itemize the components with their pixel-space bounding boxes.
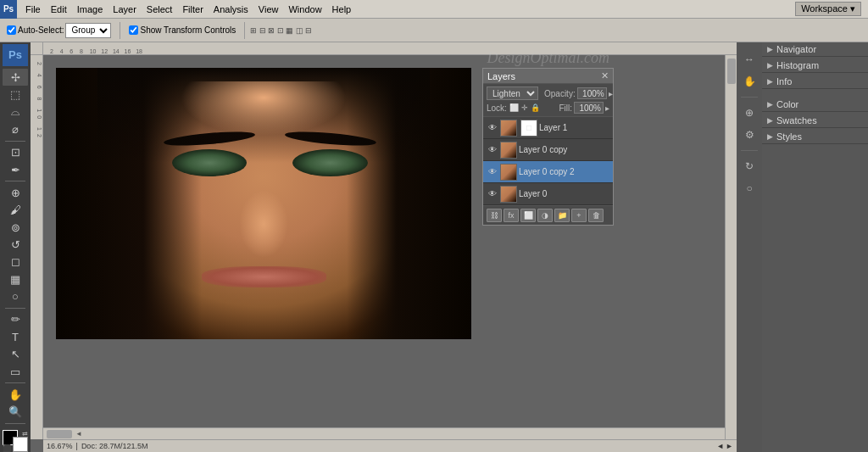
swatches-icon: ▶ — [767, 116, 773, 125]
default-colors-icon[interactable]: ⬛ — [3, 444, 11, 452]
layer-name-layer1: Layer 1 — [539, 123, 609, 132]
menu-help[interactable]: Help — [327, 3, 357, 16]
right-tool-gear[interactable]: ⚙ — [739, 125, 760, 145]
right-tool-arrow[interactable]: ↔ — [739, 49, 760, 70]
eraser-tool[interactable]: ◻ — [3, 254, 28, 271]
dodge-tool[interactable]: ○ — [3, 287, 28, 304]
swatches-label: Swatches — [776, 115, 817, 126]
navigator-panel-header[interactable]: ▶ Navigator — [762, 42, 868, 57]
fg-bg-colors[interactable]: ⬛ ⇄ — [3, 430, 28, 452]
transform-controls: Show Transform Controls — [125, 24, 239, 36]
lock-all-icon[interactable]: 🔒 — [531, 103, 540, 112]
swatches-panel-header[interactable]: ▶ Swatches — [762, 114, 868, 128]
new-group-button[interactable]: 📁 — [554, 209, 570, 222]
panel-group-histogram: ▶ Histogram — [762, 59, 868, 73]
blend-mode-dropdown[interactable]: Lighten Normal Multiply Screen Overlay — [487, 86, 538, 100]
panel-group-color: ▶ Color — [762, 98, 868, 112]
path-selection-tool[interactable]: ↖ — [3, 346, 28, 363]
menu-file[interactable]: File — [20, 3, 46, 16]
ps-logo: Ps — [3, 44, 28, 66]
zoom-tool[interactable]: 🔍 — [3, 404, 28, 421]
selection-tool[interactable]: ⬚ — [3, 86, 28, 103]
gradient-tool[interactable]: ▦ — [3, 271, 28, 287]
histogram-panel-header[interactable]: ▶ Histogram — [762, 59, 868, 73]
menu-analysis[interactable]: Analysis — [209, 3, 253, 16]
eyedropper-tool[interactable]: ✒ — [3, 161, 28, 178]
layers-title-bar: Layers ✕ — [483, 69, 613, 84]
workspace-button[interactable]: Workspace ▾ — [795, 2, 861, 16]
layer-thumb-layer0-copy — [500, 142, 517, 159]
right-tool-zoom[interactable]: ⊕ — [739, 103, 760, 123]
menu-image[interactable]: Image — [72, 3, 108, 16]
text-tool[interactable]: T — [3, 328, 28, 345]
magic-wand-tool[interactable]: ⌀ — [3, 120, 28, 137]
pen-tool[interactable]: ✏ — [3, 311, 28, 328]
menu-window[interactable]: Window — [283, 3, 326, 16]
scrollbar-horizontal[interactable]: ◄ ► — [43, 427, 737, 439]
opacity-arrow-icon[interactable]: ▸ — [609, 89, 613, 98]
lasso-tool[interactable]: ⌓ — [3, 103, 28, 120]
fill-arrow-icon[interactable]: ▸ — [605, 103, 609, 113]
fill-input[interactable] — [574, 102, 604, 114]
layer-visibility-layer0[interactable]: 👁 — [487, 188, 498, 200]
right-tool-circle[interactable]: ○ — [739, 178, 760, 198]
photo-canvas — [56, 68, 471, 339]
toolbar: Auto-Select: Group Layer Show Transform … — [0, 19, 868, 42]
autoselect-checkbox[interactable] — [7, 25, 16, 35]
info-panel-header[interactable]: ▶ Info — [762, 75, 868, 89]
add-mask-button[interactable]: ⬜ — [520, 209, 536, 222]
autoselect-dropdown[interactable]: Group Layer — [65, 23, 111, 38]
layer-effects-button[interactable]: fx — [504, 209, 519, 222]
layer-row-layer0-copy[interactable]: 👁 Layer 0 copy — [483, 139, 613, 161]
styles-label: Styles — [776, 131, 802, 142]
menu-edit[interactable]: Edit — [46, 3, 72, 16]
transform-checkbox[interactable] — [129, 25, 138, 35]
opacity-input[interactable] — [577, 87, 607, 99]
brush-tool[interactable]: 🖌 — [3, 202, 28, 219]
layer-thumb-layer0 — [500, 186, 517, 203]
toolbar-sep-2 — [244, 22, 245, 39]
hand-tool[interactable]: ✋ — [3, 386, 28, 403]
scroll-nav-left[interactable]: ◄ — [75, 430, 82, 438]
layers-close-button[interactable]: ✕ — [601, 70, 609, 81]
ruler-corner — [31, 42, 43, 55]
menu-filter[interactable]: Filter — [177, 3, 208, 16]
opacity-label: Opacity: — [544, 89, 576, 98]
background-color[interactable] — [13, 437, 28, 452]
status-nav-left[interactable]: ◄ — [716, 442, 724, 450]
lock-pixels-icon[interactable]: ⬜ — [509, 103, 519, 112]
history-brush-tool[interactable]: ↺ — [3, 236, 28, 253]
layer-visibility-layer1[interactable]: 👁 — [487, 122, 498, 134]
shape-tool[interactable]: ▭ — [3, 363, 28, 380]
menu-bar: Ps File Edit Image Layer Select Filter A… — [0, 0, 868, 19]
scrollbar-vertical[interactable] — [725, 55, 737, 440]
delete-layer-button[interactable]: 🗑 — [588, 209, 604, 222]
menu-layer[interactable]: Layer — [108, 3, 142, 16]
right-tool-hand[interactable]: ✋ — [739, 71, 760, 92]
right-tool-rotate[interactable]: ↻ — [739, 156, 760, 176]
menu-view[interactable]: View — [253, 3, 284, 16]
menu-select[interactable]: Select — [142, 3, 178, 16]
swap-colors-icon[interactable]: ⇄ — [22, 430, 28, 438]
link-layers-button[interactable]: ⛓ — [487, 209, 502, 222]
align-icons: ⊞ ⊟ ⊠ ⊡ ▦ ◫ ⊟ — [250, 26, 312, 35]
transform-label: Show Transform Controls — [140, 25, 236, 35]
lock-row: Lock: ⬜ ✛ 🔒 Fill: ▸ — [487, 102, 609, 114]
new-adjustment-button[interactable]: ◑ — [537, 209, 553, 222]
layer-visibility-layer0-copy2[interactable]: 👁 — [487, 166, 498, 178]
layer-row-layer0[interactable]: 👁 Layer 0 — [483, 183, 613, 205]
layer-name-layer0-copy2: Layer 0 copy 2 — [519, 167, 609, 176]
layer-row-layer1[interactable]: 👁 □ Layer 1 — [483, 117, 613, 139]
status-nav-right[interactable]: ► — [726, 442, 733, 450]
styles-icon: ▶ — [767, 132, 773, 141]
styles-panel-header[interactable]: ▶ Styles — [762, 130, 868, 144]
layer-row-layer0-copy2[interactable]: 👁 Layer 0 copy 2 — [483, 161, 613, 183]
layer-visibility-layer0-copy[interactable]: 👁 — [487, 144, 498, 156]
lock-position-icon[interactable]: ✛ — [521, 103, 528, 112]
new-layer-button[interactable]: + — [571, 209, 587, 222]
stamp-tool[interactable]: ⊚ — [3, 219, 28, 236]
crop-tool[interactable]: ⊡ — [3, 143, 28, 160]
healing-brush-tool[interactable]: ⊕ — [3, 184, 28, 201]
move-tool[interactable]: ✢ — [3, 69, 28, 86]
color-panel-header[interactable]: ▶ Color — [762, 98, 868, 112]
